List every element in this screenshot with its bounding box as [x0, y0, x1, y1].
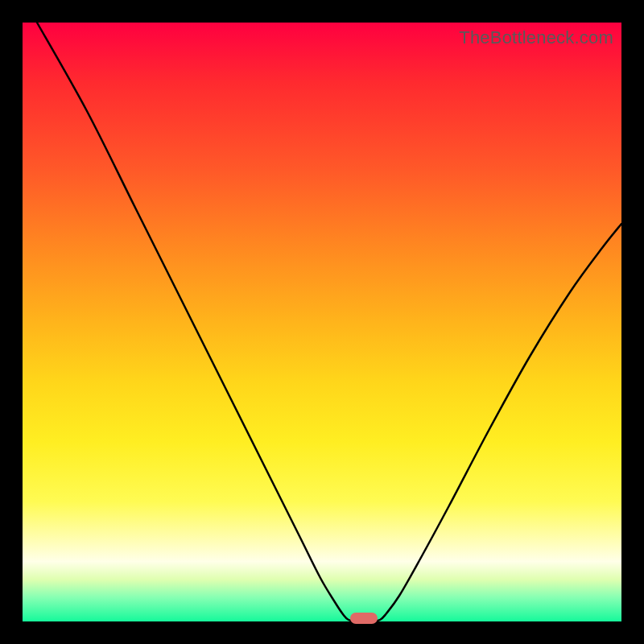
- bottleneck-curve: [23, 23, 621, 621]
- optimal-point-marker: [350, 613, 378, 624]
- plot-area: TheBottleneck.com: [23, 23, 621, 621]
- chart-frame: TheBottleneck.com: [0, 0, 644, 644]
